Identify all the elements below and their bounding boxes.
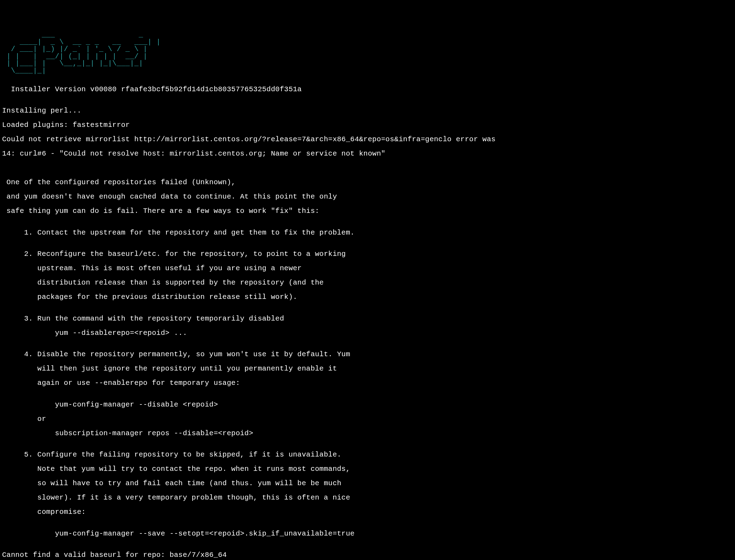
yum-fail-line: safe thing yum can do is fail. There are…: [2, 208, 733, 215]
option-4-or: or: [2, 416, 733, 423]
cannot-find-baseurl-line: Cannot find a valid baseurl for repo: ba…: [2, 552, 733, 559]
installer-version-line: Installer Version v00080 rfaafe3bcf5b92f…: [2, 86, 733, 93]
option-4-command: subscription-manager repos --disable=<re…: [2, 430, 733, 437]
option-1-line: 1. Contact the upstream for the reposito…: [2, 229, 733, 237]
option-5-line: compromise:: [2, 509, 733, 516]
yum-cached-line: and yum doesn't have enough cached data …: [2, 193, 733, 201]
cpanel-ascii-logo: ___ _ ____| _ \ __ _ _ __ ___| | / ___| …: [2, 31, 733, 74]
loaded-plugins-line: Loaded plugins: fastestmirror: [2, 122, 733, 129]
repo-failed-line: One of the configured repositories faile…: [2, 179, 733, 186]
option-2-line: 2. Reconfigure the baseurl/etc. for the …: [2, 251, 733, 258]
option-3-command: yum --disablerepo=<repoid> ...: [2, 330, 733, 337]
option-4-line: again or use --enablerepo for temporary …: [2, 380, 733, 387]
option-4-line: 4. Disable the repository permanently, s…: [2, 351, 733, 358]
option-4-command: yum-config-manager --disable <repoid>: [2, 401, 733, 409]
option-5-command: yum-config-manager --save --setopt=<repo…: [2, 530, 733, 538]
installing-perl-line: Installing perl...: [2, 107, 733, 115]
option-5-line: 5. Configure the failing repository to b…: [2, 451, 733, 459]
option-5-line: so will have to try and fail each time (…: [2, 480, 733, 487]
option-4-line: will then just ignore the repository unt…: [2, 365, 733, 373]
option-5-line: Note that yum will try to contact the re…: [2, 466, 733, 473]
option-2-line: distribution release than is supported b…: [2, 279, 733, 287]
option-2-line: packages for the previous distribution r…: [2, 294, 733, 301]
option-3-line: 3. Run the command with the repository t…: [2, 315, 733, 323]
option-5-line: slower). If it is a very temporary probl…: [2, 494, 733, 502]
mirrorlist-error-line: Could not retrieve mirrorlist http://mir…: [2, 136, 733, 143]
option-2-line: upstream. This is most often useful if y…: [2, 265, 733, 272]
curl-error-line: 14: curl#6 - "Could not resolve host: mi…: [2, 150, 733, 158]
